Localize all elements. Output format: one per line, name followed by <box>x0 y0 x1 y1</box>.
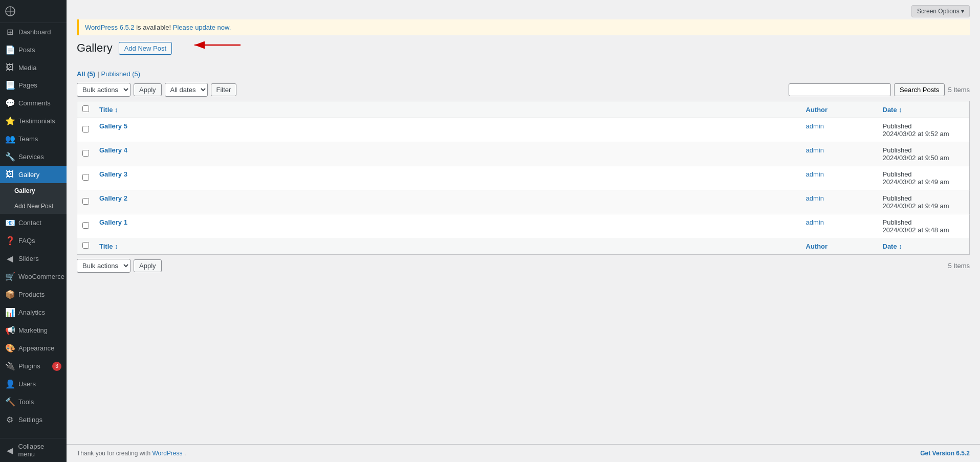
sidebar-logo <box>0 0 67 23</box>
posts-table: Title ↕ Author Date ↕ Gallery 5 admin <box>77 101 970 255</box>
sidebar-item-media[interactable]: 🖼 Media <box>0 59 67 76</box>
bulk-actions-select-bottom[interactable]: Bulk actions <box>77 259 130 273</box>
collapse-icon: ◀ <box>5 446 14 455</box>
sidebar-item-sliders[interactable]: ◀ Sliders <box>0 250 67 268</box>
dashboard-icon: ⊞ <box>5 27 14 37</box>
filter-all-link[interactable]: All (5) <box>77 70 95 78</box>
sidebar-item-label: WooCommerce <box>18 273 64 280</box>
row-checkbox[interactable] <box>82 150 89 157</box>
col-footer-checkbox <box>77 238 95 255</box>
col-header-title[interactable]: Title ↕ <box>94 101 801 118</box>
author-link[interactable]: admin <box>806 146 824 154</box>
sidebar-item-woocommerce[interactable]: 🛒 WooCommerce <box>0 268 67 285</box>
author-link[interactable]: admin <box>806 122 824 130</box>
sidebar-item-label: Marketing <box>18 326 48 334</box>
col-header-checkbox <box>77 101 95 118</box>
add-new-post-button[interactable]: Add New Post <box>119 42 172 55</box>
post-title-link[interactable]: Gallery 4 <box>99 146 127 154</box>
sidebar-submenu-item-gallery[interactable]: Gallery <box>0 183 67 199</box>
get-version-link[interactable]: Get Version 6.5.2 <box>920 450 970 457</box>
sidebar-item-analytics[interactable]: 📊 Analytics <box>0 303 67 321</box>
author-link[interactable]: admin <box>806 218 824 226</box>
sidebar-item-comments[interactable]: 💬 Comments <box>0 94 67 112</box>
col-footer-date[interactable]: Date ↕ <box>878 238 970 255</box>
tablenav-left: Bulk actions Apply All dates Filter <box>77 83 236 97</box>
testimonials-icon: ⭐ <box>5 116 14 126</box>
screen-options-button[interactable]: Screen Options ▾ <box>911 5 970 17</box>
row-date-cell: Published 2024/03/02 at 9:49 am <box>878 166 970 190</box>
search-posts-button[interactable]: Search Posts <box>894 83 945 96</box>
items-count-bottom: 5 Items <box>948 262 970 270</box>
sidebar-submenu-item-add-new-post[interactable]: Add New Post <box>0 199 67 214</box>
author-link[interactable]: admin <box>806 170 824 178</box>
sidebar-item-label: Testimonials <box>18 117 55 125</box>
sidebar-collapse: ◀ Collapse menu <box>0 438 67 462</box>
row-title-cell: Gallery 3 <box>94 166 801 190</box>
collapse-menu-button[interactable]: ◀ Collapse menu <box>0 438 67 462</box>
sidebar-item-label: Pages <box>18 81 37 89</box>
post-title-link[interactable]: Gallery 2 <box>99 194 127 202</box>
sidebar-item-users[interactable]: 👤 Users <box>0 375 67 393</box>
wordpress-footer-link[interactable]: WordPress <box>152 450 182 457</box>
row-checkbox[interactable] <box>82 198 89 205</box>
posts-icon: 📄 <box>5 45 14 55</box>
services-icon: 🔧 <box>5 152 14 162</box>
search-posts-input[interactable] <box>789 83 891 96</box>
row-date: 2024/03/02 at 9:52 am <box>883 130 949 138</box>
sidebar-item-label: Dashboard <box>18 28 51 36</box>
sidebar-item-label: Sliders <box>18 255 39 262</box>
sidebar-item-appearance[interactable]: 🎨 Appearance <box>0 339 67 357</box>
sidebar-item-gallery[interactable]: 🖼 Gallery <box>0 166 67 183</box>
sidebar-item-pages[interactable]: 📃 Pages <box>0 76 67 94</box>
post-title-link[interactable]: Gallery 3 <box>99 170 127 178</box>
row-title-cell: Gallery 1 <box>94 214 801 238</box>
apply-button-bottom[interactable]: Apply <box>134 259 162 272</box>
select-all-checkbox-bottom[interactable] <box>82 242 89 249</box>
sidebar-item-label: Media <box>18 64 36 72</box>
media-icon: 🖼 <box>5 63 14 72</box>
footer-text: Thank you for creating with WordPress . <box>77 450 186 457</box>
apply-button-top[interactable]: Apply <box>134 83 162 96</box>
update-notice-text: is available! <box>136 24 173 31</box>
col-footer-title[interactable]: Title ↕ <box>94 238 801 255</box>
update-now-link[interactable]: Please update now. <box>173 24 231 31</box>
bulk-actions-select-top[interactable]: Bulk actions <box>77 83 130 97</box>
author-link[interactable]: admin <box>806 194 824 202</box>
row-date: 2024/03/02 at 9:49 am <box>883 202 949 210</box>
row-title-cell: Gallery 2 <box>94 190 801 214</box>
post-title-link[interactable]: Gallery 1 <box>99 218 127 226</box>
select-all-checkbox-top[interactable] <box>82 105 89 112</box>
tools-icon: 🔨 <box>5 397 14 407</box>
sidebar-item-posts[interactable]: 📄 Posts <box>0 41 67 59</box>
row-date-cell: Published 2024/03/02 at 9:50 am <box>878 142 970 166</box>
sidebar-item-teams[interactable]: 👥 Teams <box>0 130 67 148</box>
sidebar-item-tools[interactable]: 🔨 Tools <box>0 393 67 411</box>
sidebar-item-plugins[interactable]: 🔌 Plugins 3 <box>0 357 67 375</box>
sidebar-item-contact[interactable]: 📧 Contact <box>0 214 67 232</box>
sidebar-item-label: Contact <box>18 219 41 227</box>
row-date: 2024/03/02 at 9:48 am <box>883 226 949 234</box>
sidebar-item-dashboard[interactable]: ⊞ Dashboard <box>0 23 67 41</box>
faqs-icon: ❓ <box>5 236 14 246</box>
page-title: Gallery <box>77 41 113 55</box>
sidebar-item-settings[interactable]: ⚙ Settings <box>0 411 67 429</box>
sidebar: ⊞ Dashboard 📄 Posts 🖼 Media 📃 Pages 💬 Co… <box>0 0 67 462</box>
sidebar-item-label: Gallery <box>18 171 39 179</box>
sidebar-item-services[interactable]: 🔧 Services <box>0 148 67 166</box>
row-checkbox[interactable] <box>82 174 89 181</box>
sidebar-item-testimonials[interactable]: ⭐ Testimonials <box>0 112 67 130</box>
sidebar-item-products[interactable]: 📦 Products <box>0 285 67 303</box>
filter-published-link[interactable]: Published (5) <box>101 70 141 78</box>
filter-button[interactable]: Filter <box>211 83 237 96</box>
row-status: Published <box>883 170 912 178</box>
row-author-cell: admin <box>801 118 878 142</box>
row-checkbox[interactable] <box>82 222 89 229</box>
row-checkbox[interactable] <box>82 126 89 133</box>
wordpress-version-link[interactable]: WordPress 6.5.2 <box>85 24 135 31</box>
post-title-link[interactable]: Gallery 5 <box>99 122 127 130</box>
analytics-icon: 📊 <box>5 307 14 317</box>
dates-filter-select[interactable]: All dates <box>165 83 208 97</box>
sidebar-item-faqs[interactable]: ❓ FAQs <box>0 232 67 250</box>
sidebar-item-marketing[interactable]: 📢 Marketing <box>0 321 67 339</box>
col-header-date[interactable]: Date ↕ <box>878 101 970 118</box>
